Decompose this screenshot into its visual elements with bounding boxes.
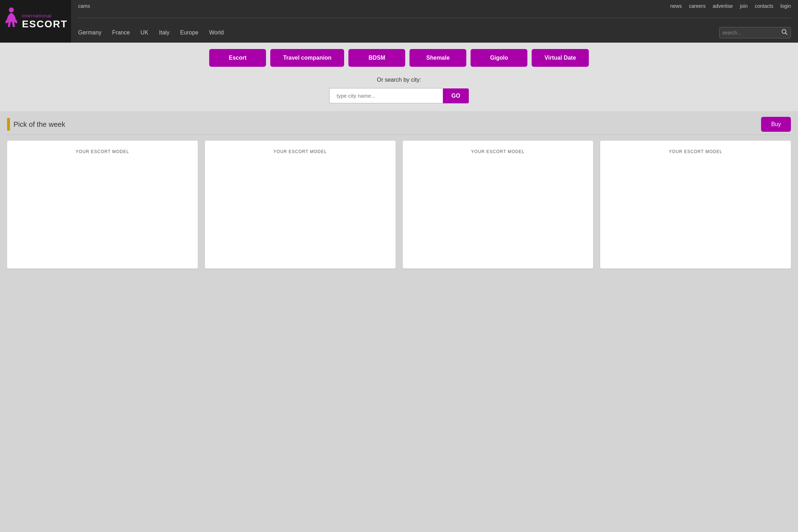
- city-input[interactable]: [329, 88, 443, 103]
- cams-link[interactable]: cams: [78, 3, 90, 9]
- top-right-nav: news careers advertise join contacts log…: [670, 3, 791, 9]
- nav-contacts[interactable]: contacts: [755, 3, 773, 9]
- site-header: international ESCORT cams news careers a…: [0, 0, 798, 43]
- model-card[interactable]: YOUR ESCORT MODEL: [205, 141, 396, 268]
- category-bar: Escort Travel companion BDSM Shemale Gig…: [0, 43, 798, 73]
- potw-title-row: Pick of the week: [7, 118, 65, 131]
- nav-advertise[interactable]: advertise: [713, 3, 733, 9]
- potw-header: Pick of the week Buy: [7, 117, 791, 135]
- nav-germany[interactable]: Germany: [78, 29, 102, 36]
- nav-login[interactable]: login: [780, 3, 791, 9]
- logo-figure-icon: [4, 7, 19, 36]
- potw-accent-bar: [7, 118, 10, 131]
- svg-line-2: [786, 33, 787, 35]
- nav-join[interactable]: join: [740, 3, 748, 9]
- city-go-button[interactable]: GO: [443, 88, 469, 103]
- nav-uk[interactable]: UK: [141, 29, 148, 36]
- search-input[interactable]: [722, 30, 779, 36]
- cat-gigolo[interactable]: Gigolo: [471, 49, 527, 67]
- model-grid: YOUR ESCORT MODEL YOUR ESCORT MODEL YOUR…: [7, 141, 791, 268]
- bottom-nav: Germany France UK Italy Europe World: [78, 23, 791, 43]
- cams-link-wrapper[interactable]: cams: [78, 3, 93, 9]
- potw-title: Pick of the week: [13, 120, 65, 129]
- city-search-label: Or search by city:: [377, 77, 421, 83]
- city-search-row: GO: [329, 88, 469, 103]
- main-nav: Germany France UK Italy Europe World: [78, 29, 224, 36]
- model-card-label-1: YOUR ESCORT MODEL: [76, 149, 129, 154]
- nav-france[interactable]: France: [112, 29, 130, 36]
- nav-world[interactable]: World: [209, 29, 224, 36]
- nav-europe[interactable]: Europe: [180, 29, 199, 36]
- model-card[interactable]: YOUR ESCORT MODEL: [600, 141, 791, 268]
- potw-section: Pick of the week Buy YOUR ESCORT MODEL Y…: [0, 111, 798, 274]
- cat-escort[interactable]: Escort: [209, 49, 266, 67]
- nav-italy[interactable]: Italy: [159, 29, 169, 36]
- model-card[interactable]: YOUR ESCORT MODEL: [403, 141, 593, 268]
- model-card-label-3: YOUR ESCORT MODEL: [471, 149, 525, 154]
- buy-button[interactable]: Buy: [761, 117, 791, 132]
- cat-virtual-date[interactable]: Virtual Date: [532, 49, 589, 67]
- search-button[interactable]: [781, 29, 788, 37]
- logo-block[interactable]: international ESCORT: [0, 0, 71, 43]
- model-card-label-2: YOUR ESCORT MODEL: [273, 149, 327, 154]
- nav-news[interactable]: news: [670, 3, 682, 9]
- svg-point-0: [9, 7, 14, 12]
- top-bar: cams news careers advertise join contact…: [78, 0, 791, 12]
- logo-escort: ESCORT: [22, 18, 68, 30]
- cat-shemale[interactable]: Shemale: [409, 49, 466, 67]
- model-card[interactable]: YOUR ESCORT MODEL: [7, 141, 198, 268]
- nav-area: cams news careers advertise join contact…: [71, 0, 798, 43]
- cat-bdsm[interactable]: BDSM: [348, 49, 405, 67]
- cat-travel-companion[interactable]: Travel companion: [270, 49, 344, 67]
- logo-international: international: [22, 13, 68, 18]
- nav-careers[interactable]: careers: [689, 3, 706, 9]
- model-card-label-4: YOUR ESCORT MODEL: [669, 149, 722, 154]
- city-search-area: Or search by city: GO: [0, 73, 798, 111]
- header-search-box: [719, 27, 791, 38]
- header-divider: [78, 18, 791, 18]
